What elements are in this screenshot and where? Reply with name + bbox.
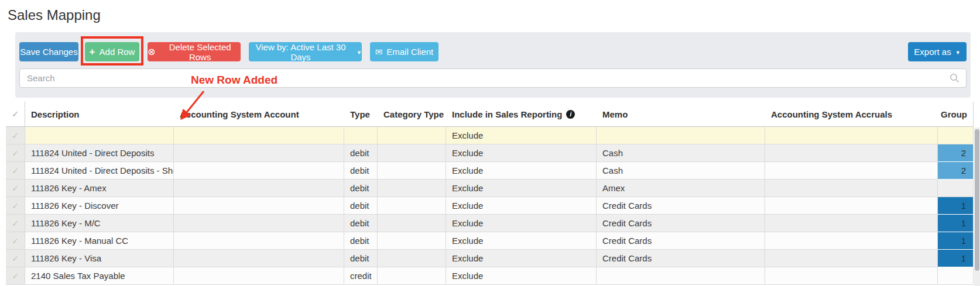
row-select-cell[interactable]: ✓ <box>6 215 25 232</box>
cell-type[interactable]: debit <box>344 180 378 197</box>
cell-include[interactable]: Exclude <box>446 250 597 267</box>
delete-selected-rows-button[interactable]: ⊗ Delete Selected Rows <box>148 42 241 61</box>
cell-account[interactable] <box>174 232 344 250</box>
cell-account[interactable] <box>174 127 344 144</box>
cell-group[interactable]: 2 <box>938 144 974 162</box>
cell-account[interactable] <box>174 162 344 180</box>
row-select-cell[interactable]: ✓ <box>6 250 25 267</box>
cell-desc[interactable]: 111824 United - Direct Deposits <box>25 144 174 162</box>
cell-type[interactable]: debit <box>344 250 378 267</box>
column-header-type[interactable]: Type <box>344 102 378 126</box>
row-select-cell[interactable]: ✓ <box>6 127 25 144</box>
cell-desc[interactable]: 2140 Sales Tax Payable <box>25 267 174 285</box>
cell-account[interactable] <box>174 215 344 232</box>
cell-group[interactable]: 2 <box>938 162 974 180</box>
cell-category[interactable] <box>378 250 446 267</box>
row-select-cell[interactable]: ✓ <box>6 144 25 162</box>
row-select-cell[interactable]: ✓ <box>6 180 25 197</box>
cell-category[interactable] <box>378 215 446 232</box>
cell-group[interactable]: 1 <box>938 250 974 267</box>
cell-desc[interactable]: 111824 United - Direct Deposits - Short <box>25 162 174 180</box>
cell-include[interactable]: Exclude <box>446 162 597 180</box>
cell-category[interactable] <box>378 162 446 180</box>
cell-memo[interactable]: Credit Cards <box>597 215 765 232</box>
cell-accruals[interactable] <box>765 180 938 197</box>
cell-account[interactable] <box>174 180 344 197</box>
add-row-button[interactable]: + Add Row <box>85 42 139 61</box>
vertical-scrollbar-thumb[interactable] <box>975 129 979 271</box>
cell-type[interactable]: debit <box>344 215 378 232</box>
cell-memo[interactable] <box>597 127 765 144</box>
cell-accruals[interactable] <box>765 197 938 215</box>
cell-memo[interactable]: Cash <box>597 162 765 180</box>
row-select-cell[interactable]: ✓ <box>6 232 25 250</box>
cell-type[interactable] <box>344 127 378 144</box>
column-header-include-in-sales-reporting[interactable]: Include in Sales Reporting i <box>446 102 597 126</box>
cell-desc[interactable]: 111826 Key - Discover <box>25 197 174 215</box>
view-by-dropdown[interactable]: View by: Active Last 30 Days ▼ <box>249 42 362 61</box>
cell-category[interactable] <box>378 232 446 250</box>
email-client-button[interactable]: ✉ Email Client <box>370 42 438 61</box>
cell-type[interactable]: debit <box>344 197 378 215</box>
cell-include[interactable]: Exclude <box>446 197 597 215</box>
cell-accruals[interactable] <box>765 162 938 180</box>
cell-desc[interactable]: 111826 Key - Visa <box>25 250 174 267</box>
cell-account[interactable] <box>174 267 344 285</box>
cell-desc[interactable]: 111826 Key - Amex <box>25 180 174 197</box>
cell-accruals[interactable] <box>765 267 938 285</box>
cell-type[interactable]: credit <box>344 267 378 285</box>
column-header-category-type[interactable]: Category Type <box>378 102 446 126</box>
save-changes-button[interactable]: Save Changes <box>19 42 78 61</box>
cell-include[interactable]: Exclude <box>446 232 597 250</box>
cell-account[interactable] <box>174 250 344 267</box>
column-header-description[interactable]: Description <box>25 102 174 126</box>
row-select-cell[interactable]: ✓ <box>6 162 25 180</box>
table-row: ✓111826 Key - Manual CCdebitExcludeCredi… <box>6 232 974 250</box>
cell-type[interactable]: debit <box>344 144 378 162</box>
cell-account[interactable] <box>174 144 344 162</box>
cell-group[interactable]: 1 <box>938 215 974 232</box>
cell-memo[interactable]: Credit Cards <box>597 197 765 215</box>
cell-desc[interactable]: 111826 Key - M/C <box>25 215 174 232</box>
cell-type[interactable]: debit <box>344 232 378 250</box>
info-icon[interactable]: i <box>566 110 575 119</box>
cell-desc[interactable]: 111826 Key - Manual CC <box>25 232 174 250</box>
cell-memo[interactable] <box>597 267 765 285</box>
cell-group[interactable] <box>938 180 974 197</box>
cell-category[interactable] <box>378 180 446 197</box>
cell-category[interactable] <box>378 197 446 215</box>
cell-accruals[interactable] <box>765 127 938 144</box>
cell-include[interactable]: Exclude <box>446 180 597 197</box>
cell-accruals[interactable] <box>765 250 938 267</box>
cell-memo[interactable]: Credit Cards <box>597 232 765 250</box>
cell-desc[interactable] <box>25 127 174 144</box>
cell-include[interactable]: Exclude <box>446 215 597 232</box>
row-select-cell[interactable]: ✓ <box>6 197 25 215</box>
cell-include[interactable]: Exclude <box>446 267 597 285</box>
cell-category[interactable] <box>378 267 446 285</box>
cell-accruals[interactable] <box>765 215 938 232</box>
delete-label: Delete Selected Rows <box>159 42 241 62</box>
cell-include[interactable]: Exclude <box>446 144 597 162</box>
cell-include[interactable]: Exclude <box>446 127 597 144</box>
cell-group[interactable] <box>938 267 974 285</box>
cell-category[interactable] <box>378 127 446 144</box>
cell-memo[interactable]: Amex <box>597 180 765 197</box>
select-all-header[interactable]: ✓ <box>6 102 25 126</box>
cell-memo[interactable]: Cash <box>597 144 765 162</box>
cell-account[interactable] <box>174 197 344 215</box>
column-header-group[interactable]: Group <box>938 102 974 126</box>
cell-group[interactable]: 1 <box>938 232 974 250</box>
export-as-dropdown[interactable]: Export as ▼ <box>908 42 967 61</box>
row-select-cell[interactable]: ✓ <box>6 267 25 285</box>
cell-memo[interactable]: Credit Cards <box>597 250 765 267</box>
column-header-accounting-system-accruals[interactable]: Accounting System Accruals <box>765 102 938 126</box>
cell-type[interactable]: debit <box>344 162 378 180</box>
cell-accruals[interactable] <box>765 232 938 250</box>
cell-group[interactable] <box>938 127 974 144</box>
cell-group[interactable]: 1 <box>938 197 974 215</box>
column-header-memo[interactable]: Memo <box>597 102 765 126</box>
search-input[interactable] <box>19 68 967 88</box>
cell-category[interactable] <box>378 144 446 162</box>
cell-accruals[interactable] <box>765 144 938 162</box>
